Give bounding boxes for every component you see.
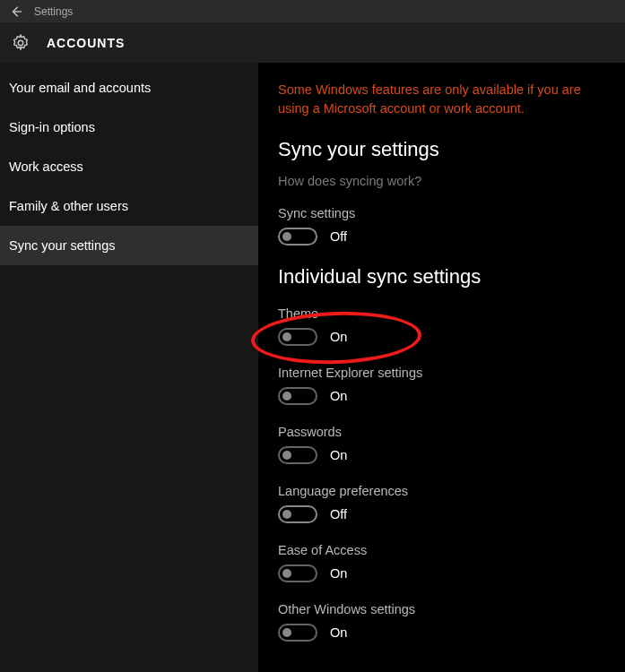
setting-state: On (330, 330, 347, 344)
individual-setting: ThemeOn (278, 306, 605, 346)
setting-label: Ease of Access (278, 543, 605, 557)
setting-state: Off (330, 507, 347, 521)
setting-state: On (330, 566, 347, 581)
window-title: Settings (34, 5, 73, 18)
back-button[interactable] (7, 3, 25, 21)
content-pane: Some Windows features are only available… (258, 63, 625, 672)
setting-label: Other Windows settings (278, 602, 605, 616)
sidebar-item[interactable]: Family & other users (0, 186, 258, 226)
setting-toggle[interactable] (278, 446, 317, 464)
sidebar-item[interactable]: Sync your settings (0, 226, 258, 265)
svg-point-0 (18, 40, 23, 46)
individual-heading: Individual sync settings (278, 265, 605, 289)
setting-state: On (330, 625, 347, 640)
sidebar-item[interactable]: Work access (0, 147, 258, 186)
page-title: ACCOUNTS (47, 36, 125, 50)
sidebar-item-label: Sync your settings (9, 238, 115, 253)
setting-toggle[interactable] (278, 564, 317, 582)
sync-settings-group: Sync settings Off (278, 206, 605, 246)
individual-setting: Other Windows settingsOn (278, 602, 605, 642)
titlebar: Settings (0, 0, 625, 22)
sync-settings-toggle[interactable] (278, 228, 317, 246)
setting-label: Theme (278, 306, 605, 321)
sidebar-item-label: Sign-in options (9, 120, 95, 134)
setting-state: On (330, 448, 347, 462)
page-header: ACCOUNTS (0, 22, 625, 63)
setting-state: On (330, 389, 347, 403)
setting-label: Language preferences (278, 484, 605, 498)
section-heading: Sync your settings (278, 138, 605, 161)
individual-setting: PasswordsOn (278, 425, 605, 464)
setting-label: Internet Explorer settings (278, 366, 605, 380)
sync-settings-state: Off (330, 229, 347, 244)
setting-toggle[interactable] (278, 328, 317, 346)
setting-toggle[interactable] (278, 624, 317, 642)
sidebar-item[interactable]: Your email and accounts (0, 68, 258, 108)
sidebar-item[interactable]: Sign-in options (0, 108, 258, 147)
sidebar: Your email and accountsSign-in optionsWo… (0, 63, 258, 672)
setting-toggle[interactable] (278, 505, 317, 523)
sidebar-item-label: Work access (9, 159, 83, 174)
sync-settings-label: Sync settings (278, 206, 605, 220)
sidebar-item-label: Your email and accounts (9, 81, 151, 95)
sidebar-item-label: Family & other users (9, 199, 128, 213)
individual-setting: Language preferencesOff (278, 484, 605, 523)
gear-icon (11, 33, 30, 53)
setting-label: Passwords (278, 425, 605, 439)
setting-toggle[interactable] (278, 387, 317, 405)
individual-setting: Internet Explorer settingsOn (278, 366, 605, 405)
individual-setting: Ease of AccessOn (278, 543, 605, 582)
help-link[interactable]: How does syncing work? (278, 174, 605, 188)
warning-message: Some Windows features are only available… (278, 81, 605, 118)
back-arrow-icon (10, 5, 22, 18)
